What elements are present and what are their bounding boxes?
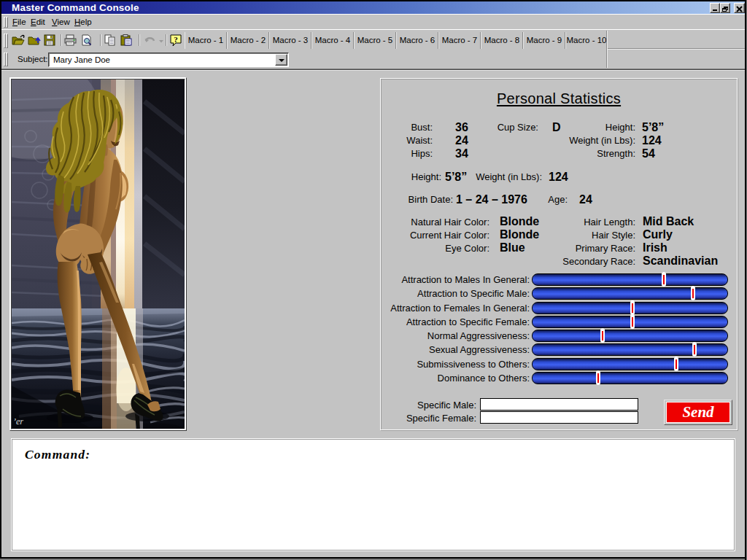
svg-text:’er: ’er [13, 416, 23, 427]
svg-text:?: ? [174, 35, 178, 44]
